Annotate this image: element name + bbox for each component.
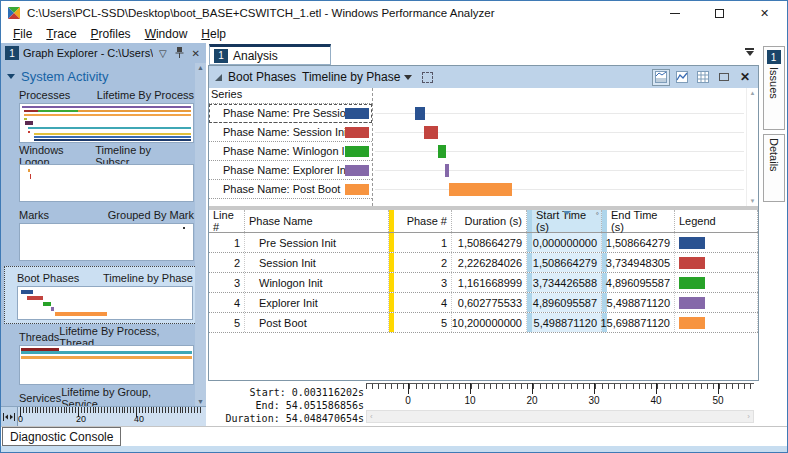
tab-issues[interactable]: 1 Issues [763, 46, 785, 130]
series-row-session-init[interactable]: Phase Name: Session Init [209, 123, 372, 142]
graph-explorer-title: Graph Explorer - C:\Users\PC... [23, 47, 153, 59]
series-swatch [345, 108, 369, 119]
axis-tick-label: 40 [650, 395, 661, 406]
series-row-winlogon-init[interactable]: Phase Name: Winlogon Init [209, 142, 372, 161]
series-row-pre-session-init[interactable]: Phase Name: Pre Session I... [209, 104, 372, 123]
table-row[interactable]: 5 Post Boot 5 10,200000000 5,498871120 1… [209, 313, 758, 333]
axis-tick-label: 50 [712, 395, 723, 406]
sort-order-marker: ° [596, 211, 599, 220]
graph-view: Timeline by Phase [103, 272, 193, 284]
pane-dropdown-icon[interactable]: ▽ [157, 48, 169, 59]
system-activity-section[interactable]: System Activity [7, 65, 194, 87]
gantt-bar-pre-session-init[interactable] [415, 107, 425, 120]
gantt-chart[interactable]: ▲ ▼ [373, 88, 758, 206]
chart-scrollbar[interactable]: ▲ ▼ [746, 88, 758, 206]
title-bar: C:\Users\PCL-SSD\Desktop\boot_BASE+CSWIT… [1, 1, 787, 25]
tab-analysis[interactable]: 1 Analysis [209, 44, 331, 65]
pane-close-icon[interactable]: ✕ [190, 48, 202, 59]
sidebar-item-windows-logon[interactable]: Windows Logon Timeline by Subscr... [7, 148, 194, 202]
close-button[interactable]: ✕ [742, 1, 787, 25]
scroll-right-icon: › [747, 412, 750, 421]
col-header-phase-name[interactable]: Phase Name [245, 210, 389, 232]
menu-bar: File Trace Profiles Window Help [1, 25, 787, 43]
table-row[interactable]: 2 Session Init 2 2,226284026 1,508664279… [209, 253, 758, 273]
pin-icon[interactable] [173, 47, 186, 60]
view-preset-dropdown[interactable]: Timeline by Phase [302, 70, 412, 84]
sort-indicator-icon [563, 211, 571, 215]
tab-overflow-button[interactable] [745, 48, 754, 56]
col-header-start-time[interactable]: Start Time (s) ° [532, 210, 602, 232]
show-graph-only-button[interactable] [673, 69, 691, 86]
series-header: Series [209, 88, 372, 104]
menu-profiles[interactable]: Profiles [84, 27, 138, 41]
col-header-duration[interactable]: Duration (s) [452, 210, 527, 232]
tab-details[interactable]: Details [763, 134, 785, 202]
sidebar-item-boot-phases[interactable]: Boot Phases Timeline by Phase [4, 266, 197, 324]
col-header-legend[interactable]: Legend [675, 210, 758, 232]
series-panel: Series Phase Name: Pre Session I... Phas… [209, 88, 373, 206]
menu-trace[interactable]: Trace [39, 27, 83, 41]
axis-tick-label: 20 [526, 395, 537, 406]
menu-help[interactable]: Help [194, 27, 233, 41]
table-row[interactable]: 1 Pre Session Init 1 1,508664279 0,00000… [209, 233, 758, 253]
horizontal-scrollbar[interactable]: ‹ › [366, 410, 754, 423]
close-panel-button[interactable]: ✕ [736, 69, 754, 86]
threads-thumbnail [19, 345, 194, 385]
end-label: End: [256, 400, 280, 411]
series-row-post-boot[interactable]: Phase Name: Post Boot [209, 180, 372, 199]
analysis-tabstrip: 1 Analysis [206, 43, 760, 65]
graph-section: Series Phase Name: Pre Session I... Phas… [209, 88, 758, 210]
restore-panel-button[interactable] [715, 69, 733, 86]
menu-window[interactable]: Window [138, 27, 195, 41]
scroll-up-icon: ▲ [197, 64, 204, 71]
graph-name: Services [19, 392, 61, 404]
time-axis[interactable]: 0 10 20 30 40 50 ‹ › [366, 383, 754, 426]
scroll-up-icon: ▲ [750, 90, 756, 96]
sidebar-item-services[interactable]: Services Lifetime by Group, Service,... [7, 390, 194, 406]
show-graph-and-table-button[interactable] [652, 69, 670, 86]
gantt-bar-explorer-init[interactable] [445, 164, 449, 177]
close-icon: ✕ [760, 7, 769, 20]
diagnostic-console-button[interactable]: Diagnostic Console [2, 427, 121, 446]
analysis-tab-badge: 1 [214, 49, 228, 63]
table-row[interactable]: 4 Explorer Init 4 0,602775533 4,89609558… [209, 293, 758, 313]
maximize-button[interactable] [697, 1, 742, 25]
axis-tick-label: 30 [588, 395, 599, 406]
duration-label: Duration: [226, 413, 280, 424]
gantt-bar-post-boot[interactable] [449, 183, 512, 196]
table-row[interactable]: 3 Winlogon Init 3 1,161668999 3,73442658… [209, 273, 758, 293]
show-table-only-button[interactable] [694, 69, 712, 86]
graph-name: Threads [19, 331, 59, 343]
col-header-line[interactable]: Line # [209, 210, 245, 232]
gantt-bar-session-init[interactable] [424, 126, 438, 139]
sidebar-item-processes[interactable]: Processes Lifetime By Process [7, 87, 194, 143]
series-swatch [345, 127, 369, 138]
sidebar-item-marks[interactable]: Marks Grouped By Mark [7, 207, 194, 261]
gantt-bar-winlogon-init[interactable] [438, 145, 446, 158]
chevron-down-icon [404, 75, 412, 80]
zoom-fit-button[interactable] [1, 407, 18, 426]
end-value: 54.051586856s [286, 400, 364, 411]
col-header-phase-num[interactable]: Phase # [394, 210, 452, 232]
minimize-button[interactable] [652, 1, 697, 25]
legend-swatch [679, 277, 705, 289]
drag-handle-icon[interactable] [422, 72, 433, 83]
graph-view: Lifetime By Process [97, 89, 194, 101]
sidebar-scrollbar[interactable]: ▲ ▼ [195, 63, 206, 406]
menu-file[interactable]: File [6, 27, 39, 41]
collapse-icon [7, 74, 15, 79]
analysis-tab-label: Analysis [233, 49, 278, 63]
panel-title: Boot Phases [228, 70, 296, 84]
start-value: 0.003116202s [292, 387, 364, 398]
panel-expander-icon[interactable] [215, 74, 222, 81]
bottom-bar: Diagnostic Console [1, 426, 787, 446]
timeline-stats: Start: 0.003116202s End: 54.051586856s D… [206, 383, 366, 426]
boot-phases-table: Line # Phase Name Phase # Duration (s) S… [209, 210, 758, 380]
series-row-explorer-init[interactable]: Phase Name: Explorer Init [209, 161, 372, 180]
col-header-end-time[interactable]: End Time (s) [607, 210, 675, 232]
scroll-left-icon: ‹ [370, 412, 373, 421]
sidebar-item-threads[interactable]: Threads Lifetime By Process, Thread [7, 329, 194, 385]
issues-tab-label: Issues [768, 67, 780, 99]
legend-swatch [679, 237, 705, 249]
processes-thumbnail [19, 103, 194, 143]
